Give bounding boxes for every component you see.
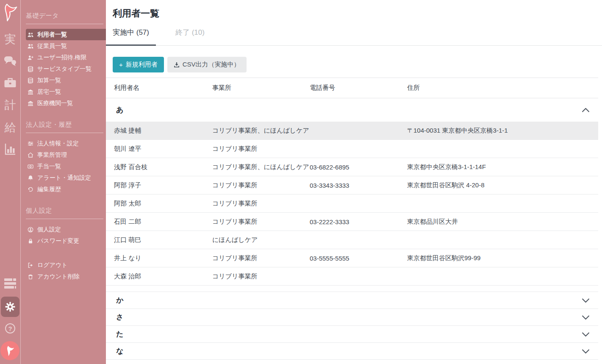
sidebar-item-label: 居宅一覧 — [37, 88, 61, 96]
sidebar-item-label: 手当一覧 — [37, 163, 61, 170]
sidebar-item-label: 加算一覧 — [37, 77, 61, 84]
sidebar-item-user-list[interactable]: 利用者一覧 — [26, 29, 106, 40]
table-header-row: 利用者名 事業所 電話番号 住所 — [106, 78, 598, 98]
bell-icon — [27, 175, 33, 181]
sidebar-item-account-delete[interactable]: アカウント削除 — [26, 271, 103, 282]
sidebar-item-edit-history[interactable]: 編集履歴 — [26, 183, 103, 195]
rail-item-jitsu[interactable]: 実 — [0, 33, 20, 46]
table-row[interactable]: 大森 治郎 コリブリ事業所 — [106, 267, 598, 286]
support-bird-button[interactable] — [0, 341, 19, 360]
group-letter: あ — [116, 105, 123, 115]
chevron-down-icon[interactable] — [582, 315, 590, 320]
group-header-ta[interactable]: た — [106, 326, 598, 343]
database-icon — [27, 66, 33, 72]
cell-office: コリブリ事業所 — [212, 145, 310, 153]
sidebar-item-residence-list[interactable]: 居宅一覧 — [26, 86, 103, 97]
sidebar-section-title-personal: 個人設定 — [26, 207, 103, 215]
new-user-button-label: 新規利用者 — [126, 61, 158, 69]
table-row[interactable]: 阿部 太郎 コリブリ事業所 — [106, 195, 598, 213]
table-row[interactable]: 朝川 遼平 コリブリ事業所 — [106, 140, 598, 158]
sidebar-item-user-invite-permissions[interactable]: ユーザー招待.権限 — [26, 52, 103, 63]
column-header-name: 利用者名 — [114, 84, 212, 92]
table-row[interactable]: 石田 二郎 コリブリ事業所 03-2222-3333 東京都品川区大井 — [106, 213, 598, 231]
group-header-sa[interactable]: さ — [106, 309, 598, 326]
cell-office: コリブリ事業所 — [212, 200, 310, 208]
money-bill-icon — [27, 164, 33, 169]
table-row[interactable]: 江口 萌巳 にほんばしケア — [106, 231, 598, 249]
gear-icon[interactable] — [1, 297, 19, 317]
sidebar-section-title-corporate: 法人設定・履歴 — [26, 121, 103, 129]
sidebar-item-label: 従業員一覧 — [37, 42, 67, 50]
cell-address: 東京都中央区京橋3-1-1-14F — [407, 163, 598, 171]
cell-name: 大森 治郎 — [114, 272, 212, 281]
cell-office: コリブリ事業所 — [212, 218, 310, 226]
brand-logo-icon[interactable] — [0, 2, 20, 23]
table-row[interactable]: 赤城 捷輔 コリブリ事業所、にほんばしケア 〒104-0031 東京都中央区京橋… — [106, 122, 598, 140]
sidebar-item-label: サービスタイプ一覧 — [37, 65, 92, 73]
group-header-a[interactable]: あ — [106, 98, 598, 122]
csv-export-button[interactable]: CSV出力（実施中） — [167, 57, 247, 72]
sidebar-item-allowance-list[interactable]: 手当一覧 — [26, 161, 103, 172]
main-content: 利用者一覧 実施中 (57) 終了 (10) + 新規利用者 CSV出力（実施中… — [106, 0, 602, 364]
sidebar-section-title-basic-data: 基礎データ — [26, 12, 103, 20]
sidebar-item-label: 編集履歴 — [37, 186, 61, 193]
sidebar-item-alert-notification-settings[interactable]: アラート・通知設定 — [26, 172, 103, 183]
sidebar-item-label: 医療機関一覧 — [37, 100, 73, 107]
briefcase-icon[interactable] — [0, 76, 20, 89]
group-header-ka[interactable]: か — [106, 292, 598, 309]
sidebar: 基礎データ 利用者一覧 従業員一覧 ユーザー招待.権限 サービスタイプ一覧 — [20, 0, 106, 364]
sidebar-item-password-change[interactable]: パスワード変更 — [26, 235, 103, 247]
divider — [26, 219, 103, 219]
chevron-down-icon[interactable] — [582, 349, 590, 353]
chevron-up-icon[interactable] — [582, 108, 590, 112]
group-letter: さ — [116, 312, 123, 322]
trash-icon — [27, 274, 33, 280]
sidebar-item-addition-list[interactable]: 加算一覧 — [26, 75, 103, 86]
sidebar-item-medical-institution-list[interactable]: 医療機関一覧 — [26, 97, 103, 109]
rail-item-kyu[interactable]: 給 — [0, 121, 20, 134]
sidebar-item-label: ユーザー招待.権限 — [37, 54, 87, 61]
group-letter: た — [116, 329, 123, 339]
table-row[interactable]: 阿部 淳子 コリブリ事業所 03-3343-3333 東京都世田谷区駒沢 4-2… — [106, 176, 598, 195]
lock-icon — [27, 238, 33, 244]
help-icon[interactable]: ? — [0, 322, 20, 335]
sidebar-item-office-management[interactable]: 事業所管理 — [26, 149, 103, 161]
sidebar-item-corporate-info-settings[interactable]: 法人情報・設定 — [26, 138, 103, 149]
sidebar-item-personal-settings[interactable]: 個人設定 — [26, 224, 103, 235]
group-header-na[interactable]: な — [106, 343, 598, 360]
tab-active-users[interactable]: 実施中 (57) — [106, 28, 156, 46]
new-user-button[interactable]: + 新規利用者 — [113, 57, 164, 72]
sidebar-item-label: 利用者一覧 — [37, 31, 67, 39]
sidebar-item-label: パスワード変更 — [37, 237, 79, 245]
list-settings-icon[interactable] — [0, 277, 20, 290]
column-header-phone: 電話番号 — [310, 84, 407, 92]
sidebar-item-label: ログアウト — [37, 261, 68, 269]
rail-item-kei[interactable]: 計 — [0, 99, 20, 111]
divider — [26, 133, 103, 133]
bar-chart-icon[interactable] — [0, 142, 20, 156]
table-row[interactable]: 浅野 百合枝 コリブリ事業所、にほんばしケア 03-6822-6895 東京都中… — [106, 158, 598, 176]
cell-phone: 03-3343-3333 — [310, 182, 407, 189]
toolbar: + 新規利用者 CSV出力（実施中） — [113, 57, 595, 72]
users-icon — [27, 32, 33, 38]
plus-icon: + — [119, 61, 123, 68]
chevron-down-icon[interactable] — [582, 298, 590, 303]
sidebar-item-label: 個人設定 — [37, 226, 61, 233]
divider — [26, 24, 103, 24]
table-row[interactable]: 井上 なり コリブリ事業所 03-5555-5555 東京都世田谷区駒沢99-9… — [106, 249, 598, 267]
sidebar-item-employee-list[interactable]: 従業員一覧 — [26, 40, 103, 52]
user-table: 利用者名 事業所 電話番号 住所 あ 赤城 捷輔 コリブリ事業所、にほんばしケア… — [106, 78, 598, 360]
sidebar-item-logout[interactable]: ログアウト — [26, 259, 103, 271]
tab-ended-users[interactable]: 終了 (10) — [169, 28, 211, 46]
sidebar-item-label: 法人情報・設定 — [37, 140, 79, 147]
cell-name: 井上 なり — [114, 254, 212, 262]
bank-icon — [27, 89, 33, 95]
icon-rail: 実 計 給 — [0, 0, 20, 364]
sidebar-item-service-type-list[interactable]: サービスタイプ一覧 — [26, 63, 103, 75]
cell-name: 石田 二郎 — [114, 218, 212, 226]
chat-icon[interactable] — [0, 55, 20, 68]
chevron-down-icon[interactable] — [582, 332, 590, 336]
cell-office: コリブリ事業所、にほんばしケア — [212, 163, 310, 171]
cell-office: にほんばしケア — [212, 236, 310, 244]
rail-kei-label: 計 — [5, 100, 16, 111]
